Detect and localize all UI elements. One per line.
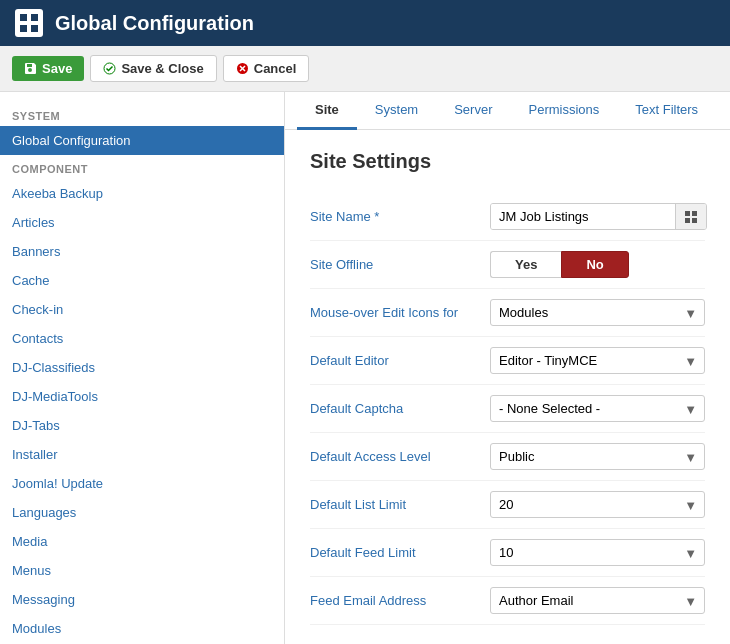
svg-rect-9 [692,211,697,216]
sidebar-item-contacts[interactable]: Contacts [0,324,284,353]
sidebar-item-dj-classifieds[interactable]: DJ-Classifieds [0,353,284,382]
feed-email-address-row: Feed Email Address Author Email Site Ema… [310,577,705,625]
default-feed-limit-row: Default Feed Limit 10 20 50 ▼ [310,529,705,577]
default-feed-limit-control: 10 20 50 ▼ [490,539,705,566]
sidebar-item-dj-tabs[interactable]: DJ-Tabs [0,411,284,440]
feed-email-address-label: Feed Email Address [310,593,490,608]
default-captcha-control: - None Selected - ReCaptcha ▼ [490,395,705,422]
tab-permissions[interactable]: Permissions [510,92,617,130]
site-name-label: Site Name * [310,209,490,224]
sidebar-item-global-config[interactable]: Global Configuration [0,126,284,155]
sidebar-item-modules[interactable]: Modules [0,614,284,643]
sidebar-item-akeeba-backup[interactable]: Akeeba Backup [0,179,284,208]
default-editor-row: Default Editor Editor - TinyMCE Editor -… [310,337,705,385]
sidebar-system-label: SYSTEM [0,102,284,126]
default-list-limit-control: 5 10 15 20 25 50 ▼ [490,491,705,518]
default-captcha-select-wrapper: - None Selected - ReCaptcha ▼ [490,395,705,422]
svg-rect-10 [685,218,690,223]
sidebar-item-messaging[interactable]: Messaging [0,585,284,614]
svg-rect-2 [20,25,27,32]
main-layout: SYSTEM Global Configuration COMPONENT Ak… [0,92,730,644]
sidebar-item-menus[interactable]: Menus [0,556,284,585]
site-offline-row: Site Offline Yes No [310,241,705,289]
content-area: Site System Server Permissions Text Filt… [285,92,730,644]
page-title: Site Settings [310,150,705,173]
site-name-icon-btn[interactable] [675,204,706,229]
app-header: Global Configuration [0,0,730,46]
tab-system[interactable]: System [357,92,436,130]
app-title: Global Configuration [55,12,254,35]
sidebar-item-checkin[interactable]: Check-in [0,295,284,324]
sidebar-item-cache[interactable]: Cache [0,266,284,295]
default-editor-control: Editor - TinyMCE Editor - CodeMirror No … [490,347,705,374]
default-feed-limit-select-wrapper: 10 20 50 ▼ [490,539,705,566]
sidebar-item-dj-mediatools[interactable]: DJ-MediaTools [0,382,284,411]
tab-site[interactable]: Site [297,92,357,130]
default-list-limit-select-wrapper: 5 10 15 20 25 50 ▼ [490,491,705,518]
sidebar-item-joomla-update[interactable]: Joomla! Update [0,469,284,498]
default-access-select-wrapper: Public Registered Special ▼ [490,443,705,470]
sidebar-component-label: COMPONENT [0,155,284,179]
mouseover-edit-control: Modules All ▼ [490,299,705,326]
toggle-no-button[interactable]: No [561,251,628,278]
sidebar-item-banners[interactable]: Banners [0,237,284,266]
tab-text-filters[interactable]: Text Filters [617,92,716,130]
site-name-input-wrapper [490,203,707,230]
default-access-label: Default Access Level [310,449,490,464]
default-list-limit-label: Default List Limit [310,497,490,512]
sidebar-item-media[interactable]: Media [0,527,284,556]
feed-email-address-control: Author Email Site Email ▼ [490,587,705,614]
default-captcha-label: Default Captcha [310,401,490,416]
default-list-limit-row: Default List Limit 5 10 15 20 25 50 ▼ [310,481,705,529]
sidebar-item-languages[interactable]: Languages [0,498,284,527]
default-feed-limit-label: Default Feed Limit [310,545,490,560]
site-name-control [490,203,707,230]
app-logo-icon [15,9,43,37]
save-button[interactable]: Save [12,56,84,81]
default-feed-limit-select[interactable]: 10 20 50 [490,539,705,566]
default-editor-select-wrapper: Editor - TinyMCE Editor - CodeMirror No … [490,347,705,374]
default-editor-select[interactable]: Editor - TinyMCE Editor - CodeMirror No … [490,347,705,374]
site-name-field[interactable] [491,204,675,229]
toolbar: Save Save & Close Cancel [0,46,730,92]
site-offline-toggle: Yes No [490,251,705,278]
feed-email-address-select-wrapper: Author Email Site Email ▼ [490,587,705,614]
default-access-control: Public Registered Special ▼ [490,443,705,470]
default-access-select[interactable]: Public Registered Special [490,443,705,470]
default-captcha-select[interactable]: - None Selected - ReCaptcha [490,395,705,422]
sidebar-item-articles[interactable]: Articles [0,208,284,237]
toggle-yes-button[interactable]: Yes [490,251,561,278]
svg-rect-11 [692,218,697,223]
content-body: Site Settings Site Name * Site Offline [285,130,730,644]
svg-rect-8 [685,211,690,216]
tab-server[interactable]: Server [436,92,510,130]
svg-rect-0 [20,14,27,21]
site-offline-control: Yes No [490,251,705,278]
site-name-row: Site Name * [310,193,705,241]
site-offline-label: Site Offline [310,257,490,272]
default-access-row: Default Access Level Public Registered S… [310,433,705,481]
default-editor-label: Default Editor [310,353,490,368]
mouseover-edit-select[interactable]: Modules All [490,299,705,326]
save-close-button[interactable]: Save & Close [90,55,216,82]
mouseover-edit-select-wrapper: Modules All ▼ [490,299,705,326]
sidebar: SYSTEM Global Configuration COMPONENT Ak… [0,92,285,644]
sidebar-item-installer[interactable]: Installer [0,440,284,469]
feed-email-address-select[interactable]: Author Email Site Email [490,587,705,614]
svg-rect-3 [31,25,38,32]
mouseover-edit-label: Mouse-over Edit Icons for [310,305,490,320]
default-captcha-row: Default Captcha - None Selected - ReCapt… [310,385,705,433]
cancel-button[interactable]: Cancel [223,55,310,82]
tabs-bar: Site System Server Permissions Text Filt… [285,92,730,130]
svg-rect-1 [31,14,38,21]
mouseover-edit-row: Mouse-over Edit Icons for Modules All ▼ [310,289,705,337]
default-list-limit-select[interactable]: 5 10 15 20 25 50 [490,491,705,518]
